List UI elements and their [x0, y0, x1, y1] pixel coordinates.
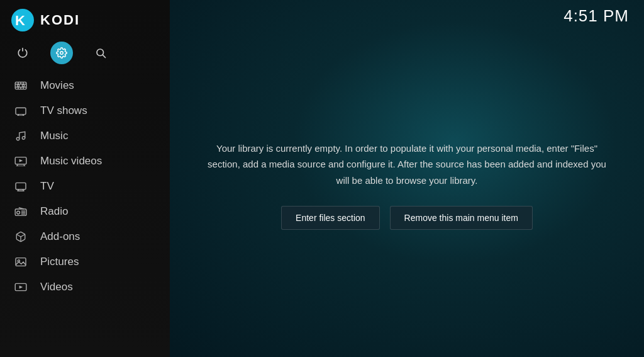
sidebar-item-tv-shows-label: TV shows: [40, 105, 87, 117]
sidebar-item-tv-shows[interactable]: TV shows: [0, 98, 170, 123]
remove-menu-item-button[interactable]: Remove this main menu item: [390, 206, 533, 230]
sidebar-item-music-label: Music: [40, 130, 68, 142]
sidebar-item-pictures-label: Pictures: [40, 256, 79, 268]
sidebar-item-tv-label: TV: [40, 180, 54, 193]
library-message: Your library is currently empty. In orde…: [208, 140, 606, 189]
sidebar-item-radio-label: Radio: [40, 205, 68, 218]
svg-rect-16: [16, 108, 26, 114]
sidebar-item-radio[interactable]: Radio: [0, 199, 170, 224]
nav-menu: Movies TV shows Music: [0, 73, 170, 300]
power-button[interactable]: [11, 42, 34, 64]
svg-marker-41: [19, 286, 23, 289]
svg-point-20: [16, 137, 19, 140]
sidebar-item-add-ons[interactable]: Add-ons: [0, 224, 170, 249]
svg-rect-38: [16, 258, 26, 266]
sidebar-item-music-videos[interactable]: Music videos: [0, 149, 170, 174]
svg-point-32: [17, 211, 20, 214]
sidebar-item-add-ons-label: Add-ons: [40, 230, 80, 243]
settings-button[interactable]: [50, 42, 73, 64]
app-title: KODI: [40, 12, 80, 28]
svg-point-2: [60, 52, 64, 55]
svg-line-4: [103, 55, 105, 57]
music-videos-icon: [13, 156, 29, 166]
power-icon: [17, 47, 28, 59]
time-display: 4:51 PM: [564, 6, 629, 26]
content-area: Your library is currently empty. In orde…: [170, 26, 644, 357]
sidebar-item-music[interactable]: Music: [0, 123, 170, 149]
svg-point-7: [22, 84, 24, 86]
movies-icon: [13, 81, 29, 91]
enter-files-button[interactable]: Enter files section: [281, 206, 380, 230]
sidebar-header: K KODI: [0, 0, 170, 38]
sidebar-item-pictures[interactable]: Pictures: [0, 249, 170, 275]
sidebar-icon-bar: [0, 38, 170, 73]
action-buttons: Enter files section Remove this main men…: [281, 206, 533, 230]
sidebar: K KODI: [0, 0, 170, 357]
topbar: 4:51 PM: [170, 0, 644, 26]
sidebar-item-movies[interactable]: Movies: [0, 73, 170, 98]
add-ons-icon: [13, 231, 29, 242]
search-button[interactable]: [89, 42, 112, 64]
sidebar-item-movies-label: Movies: [40, 79, 74, 92]
sidebar-item-tv[interactable]: TV: [0, 174, 170, 199]
svg-point-6: [17, 84, 19, 86]
sidebar-item-videos-label: Videos: [40, 281, 73, 293]
gear-icon: [56, 47, 67, 59]
videos-icon: [13, 282, 29, 292]
pictures-icon: [13, 257, 29, 267]
svg-rect-27: [16, 183, 26, 189]
svg-point-21: [22, 137, 25, 140]
kodi-logo-icon: K: [11, 9, 34, 31]
search-icon: [95, 47, 106, 59]
sidebar-item-music-videos-label: Music videos: [40, 155, 102, 167]
tv-shows-icon: [13, 106, 29, 116]
svg-marker-23: [19, 159, 23, 162]
main-content: 4:51 PM Your library is currently empty.…: [170, 0, 644, 357]
tv-icon: [13, 181, 29, 191]
sidebar-item-videos[interactable]: Videos: [0, 275, 170, 300]
music-icon: [13, 130, 29, 142]
radio-icon: [13, 207, 29, 217]
svg-text:K: K: [15, 13, 25, 28]
